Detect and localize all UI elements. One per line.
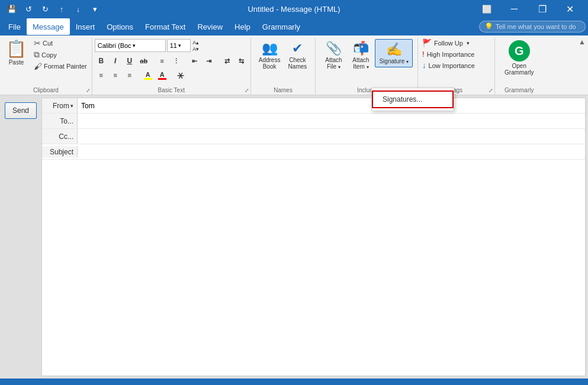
subject-label: Subject (42, 146, 78, 158)
basic-text-expand-icon[interactable]: ⤢ (245, 88, 249, 93)
signatures-menu-item[interactable]: Signatures... (372, 90, 454, 108)
tell-me-input[interactable]: 💡 Tell me what you want to do (479, 21, 586, 33)
format-painter-button[interactable]: 🖌 Format Painter (31, 61, 89, 72)
format-painter-icon: 🖌 (34, 62, 42, 71)
follow-up-button[interactable]: 🚩 Follow Up ▾ (420, 38, 471, 48)
low-importance-label: Low Importance (429, 62, 475, 69)
collapse-ribbon-button[interactable]: ▲ (579, 38, 586, 46)
save-qat-button[interactable]: 💾 (5, 2, 19, 16)
cc-button[interactable]: Cc... (42, 129, 78, 144)
copy-label: Copy (41, 51, 57, 59)
menu-file[interactable]: File (2, 18, 27, 35)
align-left-button[interactable]: ≡ (95, 69, 108, 81)
grammarly-group: G OpenGrammarly Grammarly (495, 38, 543, 95)
ltr-button[interactable]: ⇆ (235, 55, 248, 67)
bold-button[interactable]: B (95, 55, 108, 67)
signature-icon: ✍ (386, 42, 402, 57)
low-importance-button[interactable]: ↓ Low Importance (420, 60, 477, 70)
check-names-icon: ✔ (292, 41, 303, 56)
format-buttons-row: B I U ab ≡ ⋮ ⇤ ⇥ ⇄ ⇆ (95, 54, 248, 67)
underline-button[interactable]: U (123, 55, 136, 67)
align-center-button[interactable]: ≡ (109, 69, 122, 81)
low-importance-icon: ↓ (422, 61, 426, 70)
numbering-button[interactable]: ⋮ (170, 55, 183, 67)
from-input[interactable] (78, 100, 585, 112)
from-field-row: From ▾ (42, 98, 585, 114)
to-button[interactable]: To... (42, 114, 78, 128)
align-right-button[interactable]: ≡ (123, 69, 136, 81)
cut-button[interactable]: ✂ Cut (31, 38, 89, 48)
font-size-decrease-button[interactable]: A▾ (192, 46, 200, 52)
high-importance-label: High Importance (427, 51, 475, 58)
font-size-dropdown[interactable]: 11 ▾ (167, 39, 191, 52)
menu-format-text[interactable]: Format Text (139, 18, 191, 35)
menu-bar: File Message Insert Options Format Text … (0, 18, 588, 35)
font-color-button[interactable]: A (156, 69, 169, 81)
font-family-dropdown[interactable]: Calibri (Boc ▾ (95, 39, 166, 52)
attach-file-icon: 📎 (326, 41, 342, 56)
include-group: 📎 AttachFile ▾ 📬 AttachItem ▾ ✍ Signatur… (316, 38, 418, 95)
highlight-button[interactable]: A (142, 69, 155, 81)
increase-indent-button[interactable]: ⇥ (203, 55, 216, 67)
check-names-button[interactable]: ✔ CheckNames (284, 39, 310, 72)
to-input[interactable] (78, 115, 585, 127)
font-selector-row: Calibri (Boc ▾ 11 ▾ A▴ A▾ (95, 38, 200, 53)
copy-button[interactable]: ⧉ Copy (31, 49, 89, 60)
signature-button[interactable]: ✍ Signature ▾ (375, 39, 413, 67)
window-maximize-button[interactable]: ⬜ (473, 0, 500, 18)
clear-format-button[interactable]: ⚹ (174, 69, 187, 81)
menu-grammarly[interactable]: Grammarly (256, 18, 306, 35)
cut-label: Cut (43, 40, 53, 47)
strikethrough-button[interactable]: ab (137, 55, 150, 67)
subject-input[interactable] (78, 146, 585, 158)
undo-qat-button[interactable]: ↺ (21, 2, 36, 16)
bullets-button[interactable]: ≡ (156, 55, 169, 67)
menu-message[interactable]: Message (27, 18, 70, 35)
follow-up-label: Follow Up (434, 40, 463, 47)
down-qat-button[interactable]: ↓ (71, 2, 85, 16)
paste-button[interactable]: 📋 Paste (2, 38, 30, 67)
menu-options[interactable]: Options (101, 18, 139, 35)
menu-help[interactable]: Help (229, 18, 256, 35)
title-bar: 💾 ↺ ↻ ↑ ↓ ▾ Untitled - Message (HTML) ⬜ … (0, 0, 588, 18)
menu-insert[interactable]: Insert (70, 18, 101, 35)
menu-review[interactable]: Review (191, 18, 229, 35)
title-bar-left: 💾 ↺ ↻ ↑ ↓ ▾ (5, 2, 102, 16)
basic-text-group-label: Basic Text (92, 86, 250, 95)
cc-input[interactable] (78, 131, 585, 143)
from-button[interactable]: From ▾ (42, 98, 78, 113)
high-importance-button[interactable]: ! High Importance (420, 49, 476, 59)
window-minimize-button[interactable]: ─ (501, 0, 528, 18)
email-body[interactable] (42, 160, 585, 376)
signature-label: Signature ▾ (379, 58, 409, 64)
address-book-button[interactable]: 👥 AddressBook (256, 39, 284, 72)
check-names-label: CheckNames (288, 57, 307, 70)
decrease-indent-button[interactable]: ⇤ (188, 55, 201, 67)
tags-expand-icon[interactable]: ⤢ (489, 88, 493, 93)
open-grammarly-button[interactable]: G OpenGrammarly (505, 40, 534, 76)
rtl-button[interactable]: ⇄ (221, 55, 234, 67)
tags-group-content: 🚩 Follow Up ▾ ! High Importance ↓ Low Im… (420, 38, 492, 84)
window-restore-button[interactable]: ❐ (529, 0, 555, 18)
font-size-increase-button[interactable]: A▴ (192, 39, 200, 46)
italic-button[interactable]: I (109, 55, 122, 67)
font-size-arrow: ▾ (178, 43, 181, 48)
customize-qat-button[interactable]: ▾ (88, 2, 102, 16)
follow-up-arrow: ▾ (467, 40, 470, 46)
redo-qat-button[interactable]: ↻ (38, 2, 52, 16)
format-painter-label: Format Painter (44, 63, 87, 70)
attach-file-button[interactable]: 📎 AttachFile ▾ (320, 39, 346, 72)
window-close-button[interactable]: ✕ (557, 0, 583, 18)
send-panel: Send (2, 98, 39, 376)
clipboard-expand-icon[interactable]: ⤢ (86, 88, 91, 93)
basic-text-content: Calibri (Boc ▾ 11 ▾ A▴ A▾ B I U ab (95, 38, 248, 84)
tell-me-area: 💡 Tell me what you want to do (479, 21, 586, 33)
paste-label: Paste (9, 59, 24, 66)
cc-field-row: Cc... (42, 129, 585, 144)
compose-outer: Send From ▾ To... Cc... S (0, 95, 588, 378)
send-button[interactable]: Send (5, 102, 37, 119)
names-group-label: Names (251, 86, 316, 95)
attach-item-button[interactable]: 📬 AttachItem ▾ (348, 39, 374, 72)
up-qat-button[interactable]: ↑ (54, 2, 69, 16)
grammarly-group-label: Grammarly (495, 86, 543, 95)
